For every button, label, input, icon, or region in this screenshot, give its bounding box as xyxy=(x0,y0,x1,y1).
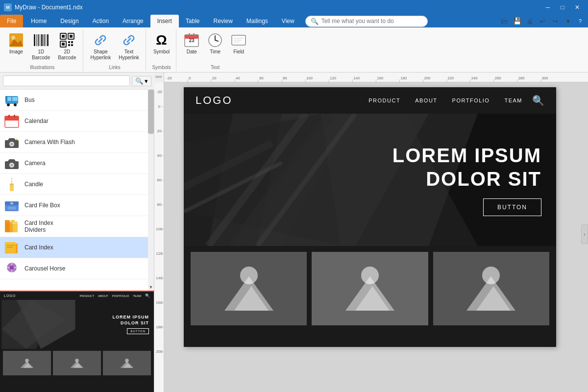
sidebar-search-input[interactable] xyxy=(3,75,130,86)
open-button[interactable]: 🗁 xyxy=(499,16,510,26)
save-button[interactable]: 💾 xyxy=(512,16,522,26)
svg-text:220: 220 xyxy=(448,75,454,80)
tab-mailings[interactable]: Mailings xyxy=(240,15,275,27)
close-button[interactable]: ✕ xyxy=(570,2,584,12)
svg-rect-41 xyxy=(8,115,10,118)
tab-table[interactable]: Table xyxy=(179,15,207,27)
date-icon: 23 xyxy=(184,32,199,48)
svg-rect-17 xyxy=(68,41,70,43)
mockup-thumb-1 xyxy=(191,252,307,325)
image-button[interactable]: Image xyxy=(5,30,27,57)
mockup-hero-button: BUTTON xyxy=(483,198,541,216)
quick-access-more[interactable]: ▾ xyxy=(563,16,573,26)
mockup: LOGO PRODUCT ABOUT PORTFOLIO TEAM 🔍 xyxy=(184,87,556,347)
sidebar-item-card-index[interactable]: Card Index xyxy=(0,237,148,258)
tab-review[interactable]: Review xyxy=(206,15,239,27)
svg-rect-62 xyxy=(15,221,18,224)
ruler-ticks: -20 0 20 40 60 80 100 120 140 xyxy=(164,73,588,82)
tab-home[interactable]: Home xyxy=(24,15,53,27)
undo-button[interactable]: ↩ xyxy=(537,16,548,26)
candle-icon xyxy=(4,176,20,192)
tab-view[interactable]: View xyxy=(275,15,301,27)
svg-text:140: 140 xyxy=(353,75,360,80)
svg-text:0: 0 xyxy=(189,75,191,80)
card-index-icon xyxy=(4,240,20,255)
svg-rect-18 xyxy=(71,41,73,43)
tab-arrange[interactable]: Arrange xyxy=(116,15,150,27)
symbols-group: Ω Symbol Symbols xyxy=(147,29,176,71)
barcode-2d-button[interactable]: 2DBarcode xyxy=(54,30,79,63)
card-index-dividers-icon xyxy=(4,219,20,234)
sidebar-search-button[interactable]: 🔍 ▾ xyxy=(132,76,151,86)
mockup-search-icon: 🔍 xyxy=(532,95,544,106)
sidebar-item-card-file-box[interactable]: Card File Box xyxy=(0,195,148,216)
sidebar-item-camera-with-flash[interactable]: Camera With Flash xyxy=(0,132,148,153)
svg-text:80: 80 xyxy=(157,202,162,207)
links-group: ShapeHyperlink TextHyperlink Links xyxy=(84,29,146,71)
ribbon-search-input[interactable] xyxy=(321,18,422,24)
sidebar-scroll-thumb[interactable] xyxy=(148,90,154,134)
tab-design[interactable]: Design xyxy=(53,15,85,27)
svg-text:200: 200 xyxy=(156,349,163,354)
mockup-nav-items: PRODUCT ABOUT PORTFOLIO TEAM xyxy=(368,98,522,103)
sidebar-scroll-area[interactable]: Bus Calendar xyxy=(0,90,154,291)
time-button[interactable]: Time xyxy=(204,30,226,57)
search-dropdown-icon: ▾ xyxy=(145,77,148,85)
ruler-vertical: -20 0 20 40 60 80 100 120 140 160 xyxy=(154,82,164,392)
svg-text:240: 240 xyxy=(471,75,478,80)
print-button[interactable]: 🖨 xyxy=(524,16,535,26)
barcode-2d-icon xyxy=(59,32,75,48)
canvas-page: LOGO PRODUCT ABOUT PORTFOLIO TEAM 🔍 xyxy=(184,87,556,347)
ribbon-search-area: 🔍 xyxy=(301,16,496,27)
preview-content: LOGO PRODUCT ABOUT PORTFOLIO TEAM 🔍 xyxy=(0,292,154,392)
mockup-hero-title: LOREM IPSUM DOLOR SIT xyxy=(392,144,541,191)
ribbon-tabs-row: File Home Design Action Arrange Insert T… xyxy=(0,15,588,27)
maximize-button[interactable]: □ xyxy=(556,2,569,12)
svg-rect-55 xyxy=(10,202,13,204)
preview-nav-portfolio: PORTFOLIO xyxy=(112,294,129,297)
tab-insert[interactable]: Insert xyxy=(150,15,179,27)
svg-text:60: 60 xyxy=(259,75,264,80)
sidebar-item-calendar[interactable]: Calendar xyxy=(0,111,148,132)
camera-flash-icon xyxy=(4,134,20,150)
svg-text:0: 0 xyxy=(158,104,161,109)
preview-hero-text: LOREM IPSUMDOLOR SIT BUTTON xyxy=(112,315,149,334)
sidebar-item-card-index-dividers[interactable]: Card IndexDividers xyxy=(0,216,148,237)
svg-rect-51 xyxy=(10,184,14,191)
sidebar-item-bus[interactable]: Bus xyxy=(0,90,148,111)
sidebar-scrollbar[interactable]: ▼ xyxy=(148,90,154,291)
tab-file[interactable]: File xyxy=(0,15,23,27)
sidebar-item-carousel[interactable]: Carousel Horse xyxy=(0,258,148,279)
svg-text:120: 120 xyxy=(330,75,336,80)
preview-hero-button: BUTTON xyxy=(127,328,149,334)
mockup-nav-team: TEAM xyxy=(504,98,522,103)
sidebar-item-camera[interactable]: Camera xyxy=(0,153,148,174)
tab-action[interactable]: Action xyxy=(86,15,116,27)
preview-thumb-2 xyxy=(53,351,101,375)
svg-text:280: 280 xyxy=(518,75,525,80)
ruler-corner: mm xyxy=(154,73,164,82)
barcode-1d-button[interactable]: 1DBarcode xyxy=(28,30,53,63)
scroll-down-arrow[interactable]: ▼ xyxy=(148,284,154,291)
svg-rect-42 xyxy=(14,115,15,118)
svg-point-47 xyxy=(10,143,13,146)
ribbon-search-box[interactable]: 🔍 xyxy=(305,16,428,27)
text-hyperlink-button[interactable]: TextHyperlink xyxy=(115,30,143,63)
shape-hyperlink-button[interactable]: ShapeHyperlink xyxy=(87,30,115,63)
date-button[interactable]: 23 Date xyxy=(180,30,203,57)
field-button[interactable]: Field xyxy=(227,30,250,57)
illustrations-group: Image xyxy=(2,29,83,71)
sidebar-item-candle[interactable]: Candle xyxy=(0,174,148,195)
svg-rect-10 xyxy=(47,34,49,46)
svg-rect-6 xyxy=(40,34,40,46)
minimize-button[interactable]: ─ xyxy=(541,2,555,12)
collapse-handle[interactable]: › xyxy=(581,224,588,244)
preview-thumb-3 xyxy=(103,351,151,375)
help-button[interactable]: ? xyxy=(575,16,585,26)
symbol-button[interactable]: Ω Symbol xyxy=(150,30,173,57)
svg-text:180: 180 xyxy=(400,75,407,80)
svg-rect-61 xyxy=(11,220,15,223)
svg-rect-3 xyxy=(34,34,35,46)
redo-button[interactable]: ↪ xyxy=(550,16,561,26)
title-bar: M MyDraw - Document1.ndx ─ □ ✕ xyxy=(0,0,588,15)
